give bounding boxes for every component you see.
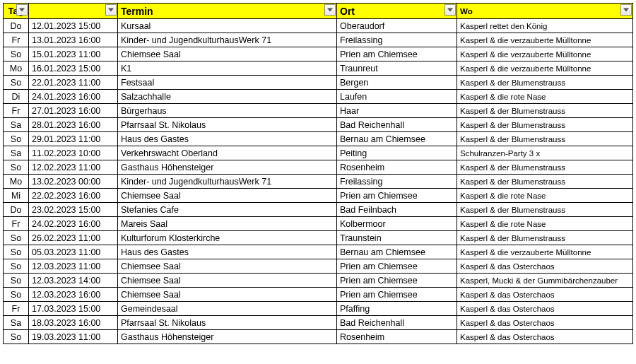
cell-ort: Freilassing [337,175,457,189]
cell-ort: Traunreut [337,61,457,76]
cell-ort: Oberaudorf [337,19,457,33]
cell-ort: Haar [337,104,457,118]
cell-tag: Fr [4,104,29,118]
table-row: So12.03.2023 11:00Chiemsee SaalPrien am … [4,259,633,274]
table-row: Di24.01.2023 16:00SalzachhalleLaufenKasp… [4,90,633,104]
filter-button-date[interactable] [105,4,117,16]
table-row: Fr24.02.2023 16:00Mareis SaalKolbermoorK… [4,217,633,231]
cell-ort: Bad Reichenhall [337,118,457,132]
cell-date: 19.03.2023 11:00 [29,330,118,344]
cell-termin: Kursaal [118,19,337,33]
cell-wo: Kasperl & das Osterchaos [457,302,633,316]
table-row: Fr27.01.2023 16:00BürgerhausHaarKasperl … [4,104,633,118]
cell-wo: Kasperl & der Blumenstrauss [457,76,633,90]
cell-date: 11.02.2023 10:00 [29,146,118,160]
filter-button-tag[interactable] [16,4,28,16]
cell-tag: Fr [4,302,29,316]
filter-button-wo[interactable] [620,4,632,16]
cell-date: 13.02.2023 00:00 [29,175,118,189]
cell-termin: Chiemsee Saal [118,288,337,302]
cell-tag: Fr [4,217,29,231]
cell-tag: Do [4,203,29,217]
cell-termin: Pfarrsaal St. Nikolaus [118,316,337,330]
cell-wo: Kasperl & das Osterchaos [457,259,633,274]
table-row: So19.03.2023 11:00Gasthaus HöhensteigerR… [4,330,633,344]
cell-ort: Prien am Chiemsee [337,259,457,274]
cell-ort: Prien am Chiemsee [337,47,457,61]
cell-termin: Gemeindesaal [118,302,337,316]
header-tag: Tag [4,4,29,19]
cell-termin: Gasthaus Höhensteiger [118,160,337,175]
cell-tag: So [4,132,29,146]
cell-ort: Rosenheim [337,330,457,344]
cell-ort: Freilassing [337,33,457,47]
cell-termin: Chiemsee Saal [118,47,337,61]
cell-wo: Kasperl & der Blumenstrauss [457,203,633,217]
schedule-table: Tag Termin Ort [3,3,633,344]
cell-tag: Mi [4,189,29,203]
cell-ort: Prien am Chiemsee [337,274,457,288]
cell-date: 12.03.2023 14:00 [29,274,118,288]
cell-ort: Bergen [337,76,457,90]
table-row: Fr13.01.2023 16:00Kinder- und Jugendkult… [4,33,633,47]
table-row: So15.01.2023 11:00Chiemsee SaalPrien am … [4,47,633,61]
cell-ort: Bad Reichenhall [337,316,457,330]
cell-date: 05.03.2023 11:00 [29,245,118,259]
cell-date: 23.02.2023 15:00 [29,203,118,217]
cell-ort: Traunstein [337,231,457,245]
cell-tag: Sa [4,118,29,132]
table-row: So29.01.2023 11:00Haus des GastesBernau … [4,132,633,146]
cell-tag: So [4,330,29,344]
cell-termin: Kulturforum Klosterkirche [118,231,337,245]
cell-date: 12.02.2023 11:00 [29,160,118,175]
cell-wo: Kasperl & der Blumenstrauss [457,118,633,132]
cell-wo: Kasperl & das Osterchaos [457,288,633,302]
cell-wo: Kasperl & der Blumenstrauss [457,104,633,118]
cell-tag: Sa [4,146,29,160]
cell-wo: Kasperl & der Blumenstrauss [457,132,633,146]
cell-tag: So [4,245,29,259]
cell-wo: Kasperl & die rote Nase [457,90,633,104]
table-row: So12.02.2023 11:00Gasthaus HöhensteigerR… [4,160,633,175]
chevron-down-icon [447,8,453,12]
header-termin-label: Termin [121,6,153,17]
table-row: So26.02.2023 11:00Kulturforum Klosterkir… [4,231,633,245]
table-row: So22.01.2023 11:00FestsaalBergenKasperl … [4,76,633,90]
filter-button-termin[interactable] [324,4,336,16]
cell-ort: Laufen [337,90,457,104]
cell-tag: So [4,259,29,274]
cell-termin: Chiemsee Saal [118,274,337,288]
header-date [29,4,118,19]
chevron-down-icon [327,8,333,12]
filter-button-ort[interactable] [444,4,456,16]
cell-ort: Bernau am Chiemsee [337,132,457,146]
table-row: So12.03.2023 14:00Chiemsee SaalPrien am … [4,274,633,288]
cell-ort: Rosenheim [337,160,457,175]
table-row: Sa11.02.2023 10:00Verkehrswacht Oberland… [4,146,633,160]
cell-termin: Verkehrswacht Oberland [118,146,337,160]
cell-termin: Festsaal [118,76,337,90]
cell-date: 22.02.2023 16:00 [29,189,118,203]
cell-date: 12.01.2023 15:00 [29,19,118,33]
cell-date: 13.01.2023 16:00 [29,33,118,47]
table-row: Sa28.01.2023 16:00Pfarrsaal St. Nikolaus… [4,118,633,132]
cell-date: 16.01.2023 15:00 [29,61,118,76]
cell-ort: Peiting [337,146,457,160]
table-row: Mi22.02.2023 16:00Chiemsee SaalPrien am … [4,189,633,203]
table-row: Mo13.02.2023 00:00Kinder- und Jugendkult… [4,175,633,189]
cell-termin: Kinder- und JugendkulturhausWerk 71 [118,175,337,189]
cell-termin: Mareis Saal [118,217,337,231]
cell-ort: Prien am Chiemsee [337,189,457,203]
table-body: Do12.01.2023 15:00KursaalOberaudorfKaspe… [4,19,633,344]
cell-wo: Kasperl rettet den König [457,19,633,33]
header-wo: Wo [457,4,633,19]
cell-wo: Kasperl, Mucki & der Gummibärchenzauber [457,274,633,288]
cell-tag: So [4,160,29,175]
cell-tag: So [4,274,29,288]
cell-ort: Kolbermoor [337,217,457,231]
cell-date: 27.01.2023 16:00 [29,104,118,118]
cell-date: 12.03.2023 11:00 [29,259,118,274]
cell-date: 22.01.2023 11:00 [29,76,118,90]
cell-termin: Bürgerhaus [118,104,337,118]
table-row: So05.03.2023 11:00Haus des GastesBernau … [4,245,633,259]
